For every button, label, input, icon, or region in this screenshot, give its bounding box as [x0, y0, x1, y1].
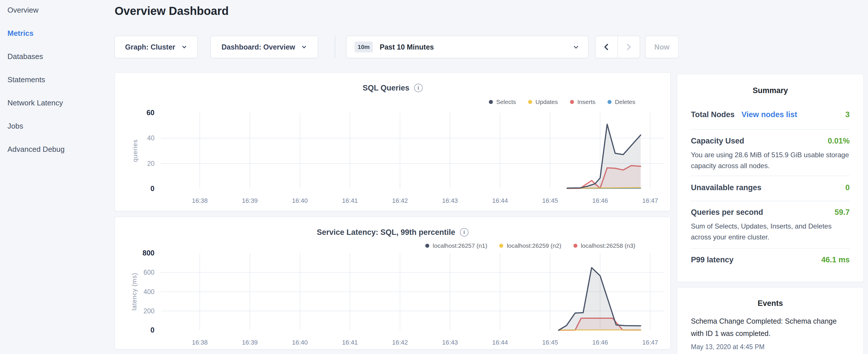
- x-tick-label: 16:47: [642, 339, 658, 346]
- legend-item-inserts[interactable]: Inserts: [570, 99, 595, 105]
- summary-label: P99 latency: [691, 255, 734, 264]
- summary-value: 46.1 ms: [821, 255, 850, 264]
- summary-value: 3: [845, 110, 850, 119]
- summary-panel: Summary Total Nodes View nodes list 3 Ca…: [677, 74, 864, 282]
- sql-queries-chart[interactable]: 16:3816:3916:4016:4116:4216:4316:4416:45…: [115, 73, 671, 212]
- x-tick-label: 16:40: [292, 197, 308, 204]
- page-title: Overview Dashboard: [115, 5, 229, 18]
- legend-item-node2[interactable]: localhost:26259 (n2): [499, 242, 561, 249]
- x-tick-label: 16:40: [292, 339, 308, 346]
- info-icon[interactable]: [414, 84, 423, 92]
- x-tick-label: 16:41: [342, 339, 358, 346]
- time-window-badge: 10m: [354, 41, 373, 53]
- event-list-item[interactable]: Schema Change Completed: Schema change w…: [691, 315, 850, 351]
- legend-label: Inserts: [578, 99, 595, 105]
- y-tick-label: 40: [147, 134, 154, 142]
- chevron-down-icon: [572, 43, 580, 51]
- sidebar-item-metrics[interactable]: Metrics: [7, 29, 111, 39]
- series-area: [559, 267, 641, 330]
- sidebar: Overview Metrics Databases Statements Ne…: [7, 6, 111, 168]
- x-tick-label: 16:43: [442, 339, 458, 346]
- x-tick-label: 16:43: [442, 197, 458, 204]
- summary-row-p99-latency: P99 latency 46.1 ms: [691, 255, 850, 264]
- x-tick-label: 16:45: [542, 197, 558, 204]
- summary-label: Unavailable ranges: [691, 183, 762, 192]
- sidebar-item-statements[interactable]: Statements: [7, 75, 111, 85]
- legend-item-selects[interactable]: Selects: [489, 99, 516, 105]
- x-tick-label: 16:46: [592, 339, 608, 346]
- legend-dot: [574, 244, 578, 248]
- legend-label: localhost:26259 (n2): [507, 242, 561, 249]
- legend-dot: [489, 100, 493, 104]
- x-tick-label: 16:38: [192, 197, 208, 204]
- legend-label: Selects: [496, 99, 516, 105]
- x-tick-label: 16:42: [392, 339, 408, 346]
- graph-scope-dropdown[interactable]: Graph: Cluster: [115, 36, 198, 58]
- legend-item-updates[interactable]: Updates: [528, 99, 558, 105]
- x-tick-label: 16:44: [492, 197, 508, 204]
- legend-dot: [425, 244, 429, 248]
- legend-label: localhost:26258 (n3): [581, 242, 635, 249]
- sidebar-item-network-latency[interactable]: Network Latency: [7, 99, 111, 108]
- event-message: Schema Change Completed: Schema change w…: [691, 315, 850, 340]
- legend-label: Deletes: [615, 99, 635, 105]
- chart-legend: localhost:26257 (n1) localhost:26259 (n2…: [425, 242, 635, 249]
- legend-label: localhost:26257 (n1): [433, 242, 487, 249]
- y-tick-label: 200: [144, 307, 154, 315]
- sidebar-item-advanced-debug[interactable]: Advanced Debug: [7, 145, 111, 155]
- x-tick-label: 16:47: [642, 197, 658, 204]
- sidebar-item-jobs[interactable]: Jobs: [7, 122, 111, 131]
- legend-label: Updates: [535, 99, 558, 105]
- x-tick-label: 16:39: [242, 339, 258, 346]
- y-tick-label: 20: [147, 160, 154, 167]
- dashboard-select-dropdown-label: Dashboard: Overview: [221, 43, 295, 51]
- info-icon[interactable]: [460, 228, 468, 236]
- y-tick-label: 600: [144, 269, 154, 276]
- legend-item-node3[interactable]: localhost:26258 (n3): [574, 242, 635, 249]
- legend-item-node1[interactable]: localhost:26257 (n1): [425, 242, 487, 249]
- summary-row-unavailable-ranges: Unavailable ranges 0: [691, 183, 850, 192]
- summary-label: Queries per second: [691, 208, 763, 217]
- legend-dot: [528, 100, 532, 104]
- chart-title: SQL Queries: [363, 84, 409, 93]
- summary-row-queries-per-second: Queries per second 59.7 Sum of Selects, …: [691, 208, 850, 243]
- series-area: [567, 124, 641, 189]
- event-timestamp: May 13, 2020 at 4:45 PM: [691, 343, 850, 351]
- events-panel: Events Schema Change Completed: Schema c…: [677, 287, 864, 354]
- chevron-left-icon: [602, 43, 611, 51]
- y-tick-label: 0: [150, 185, 154, 192]
- dashboard-select-dropdown[interactable]: Dashboard: Overview: [211, 36, 318, 58]
- legend-item-deletes[interactable]: Deletes: [608, 99, 635, 105]
- x-tick-label: 16:44: [492, 339, 508, 346]
- summary-label: Capacity Used: [691, 137, 744, 146]
- summary-description: Sum of Selects, Updates, Inserts, and De…: [691, 221, 850, 243]
- previous-time-window-button[interactable]: [595, 36, 618, 58]
- summary-description: You are using 28.6 MiB of 515.9 GiB usab…: [691, 150, 850, 171]
- sidebar-item-databases[interactable]: Databases: [7, 52, 111, 62]
- sidebar-item-overview[interactable]: Overview: [7, 6, 111, 15]
- summary-value: 59.7: [834, 208, 850, 217]
- chart-title-row: Service Latency: SQL, 99th percentile: [115, 227, 670, 237]
- legend-dot: [499, 244, 503, 248]
- summary-label: Total Nodes: [691, 110, 735, 119]
- time-range-selector[interactable]: 10m Past 10 Minutes: [346, 36, 588, 58]
- y-tick-label: 0: [150, 326, 154, 334]
- x-tick-label: 16:45: [542, 339, 558, 346]
- divider: [691, 129, 850, 130]
- summary-value: 0: [845, 183, 850, 192]
- y-axis-title: queries: [131, 139, 139, 162]
- x-tick-label: 16:42: [392, 197, 408, 204]
- chart-title: Service Latency: SQL, 99th percentile: [317, 228, 455, 237]
- divider: [691, 248, 850, 249]
- sql-queries-chart-card: 16:3816:3916:4016:4116:4216:4316:4416:45…: [115, 72, 671, 211]
- now-button[interactable]: Now: [645, 36, 679, 58]
- dashboard-controls: Graph: Cluster Dashboard: Overview 10m P…: [115, 36, 688, 58]
- next-time-window-button[interactable]: [618, 36, 640, 58]
- x-tick-label: 16:41: [342, 197, 358, 204]
- service-latency-chart-card: 16:3816:3916:4016:4116:4216:4316:4416:45…: [115, 217, 671, 349]
- x-tick-label: 16:39: [242, 197, 258, 204]
- graph-scope-dropdown-label: Graph: Cluster: [125, 43, 175, 51]
- legend-dot: [570, 100, 574, 104]
- view-nodes-list-link[interactable]: View nodes list: [742, 110, 798, 119]
- chevron-right-icon: [624, 43, 633, 51]
